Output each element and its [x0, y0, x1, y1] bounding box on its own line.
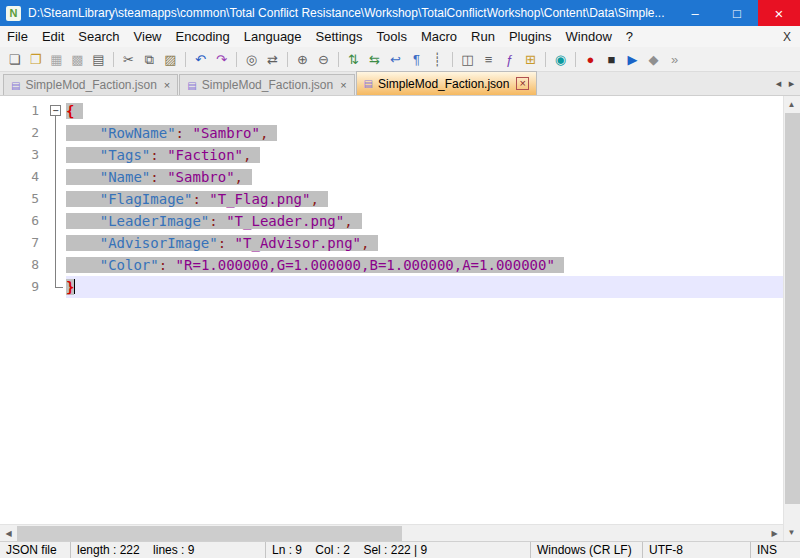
macro-record-icon[interactable]: ●: [581, 50, 600, 69]
code-text: "FlagImage": "T_Flag.png",: [66, 188, 783, 210]
maximize-button[interactable]: □: [716, 0, 758, 26]
tab-close-icon[interactable]: ×: [516, 77, 528, 90]
macro-play-icon[interactable]: ▶: [623, 50, 642, 69]
macro-stop-icon[interactable]: ■: [602, 50, 621, 69]
tab-scroll-right-icon[interactable]: ▸: [785, 77, 798, 90]
open-folder-icon[interactable]: ❐: [26, 50, 45, 69]
sync-horizontal-icon[interactable]: ⇆: [365, 50, 384, 69]
menu-macro[interactable]: Macro: [414, 28, 464, 45]
menu-items: FileEditSearchViewEncodingLanguageSettin…: [0, 28, 640, 45]
code-text: "RowName": "Sambro",: [66, 122, 783, 144]
token-plain: [66, 191, 100, 207]
tab-close-icon[interactable]: ×: [164, 80, 170, 91]
scroll-right-icon[interactable]: ▶: [766, 525, 783, 542]
replace-icon[interactable]: ⇄: [263, 50, 282, 69]
horizontal-scrollbar[interactable]: ◀ ▶: [0, 524, 783, 541]
save-icon[interactable]: ▦: [47, 50, 66, 69]
fold-line: [55, 188, 56, 210]
horizontal-scrollbar-thumb[interactable]: [17, 526, 402, 541]
undo-icon[interactable]: ↶: [191, 50, 210, 69]
new-file-icon[interactable]: ❏: [5, 50, 24, 69]
menu-close-icon[interactable]: X: [774, 30, 800, 44]
selected-text: "RowName": "Sambro",: [66, 125, 277, 141]
zoom-out-icon[interactable]: ⊖: [314, 50, 333, 69]
editor-line-8[interactable]: 8 "Color": "R=1.000000,G=1.000000,B=1.00…: [0, 254, 783, 276]
status-length-lines: length : 222 lines : 9: [70, 542, 265, 558]
show-all-chars-icon[interactable]: ¶: [407, 50, 426, 69]
editor[interactable]: 1−{2 "RowName": "Sambro",3 "Tags": "Fact…: [0, 96, 783, 524]
tab-3[interactable]: ▤SimpleMod_Faction.json×: [356, 71, 537, 95]
macro-save-icon[interactable]: ◆: [644, 50, 663, 69]
run-macro-multiple-icon[interactable]: »: [665, 50, 684, 69]
editor-line-9[interactable]: 9}: [0, 276, 783, 298]
menu-view[interactable]: View: [127, 28, 169, 45]
token-punct: :: [150, 147, 158, 163]
editor-line-7[interactable]: 7 "AdvisorImage": "T_Advisor.png",: [0, 232, 783, 254]
tabs: ▤SimpleMod_Faction.json×▤SimpleMod_Facti…: [3, 71, 538, 95]
editor-line-5[interactable]: 5 "FlagImage": "T_Flag.png",: [0, 188, 783, 210]
status-eol-format[interactable]: Windows (CR LF): [530, 542, 642, 558]
token-key: "Color": [100, 257, 159, 273]
menu-tools[interactable]: Tools: [370, 28, 414, 45]
zoom-in-icon[interactable]: ⊕: [293, 50, 312, 69]
menu-file[interactable]: File: [0, 28, 35, 45]
print-icon[interactable]: ▤: [89, 50, 108, 69]
menu-plugins[interactable]: Plugins: [502, 28, 559, 45]
fold-collapse-icon[interactable]: −: [50, 105, 61, 116]
redo-icon[interactable]: ↷: [212, 50, 231, 69]
indent-guide-icon[interactable]: ┊: [428, 50, 447, 69]
selected-text: "Color": "R=1.000000,G=1.000000,B=1.0000…: [66, 257, 564, 273]
menu-language[interactable]: Language: [237, 28, 309, 45]
tab-scroll-left-icon[interactable]: ◂: [772, 77, 785, 90]
word-wrap-icon[interactable]: ↩: [386, 50, 405, 69]
scroll-up-icon[interactable]: ▲: [783, 96, 800, 113]
tab-2[interactable]: ▤SimpleMod_Faction.json×: [179, 74, 354, 95]
token-plain: [218, 213, 226, 229]
menu-help[interactable]: ?: [619, 28, 640, 45]
editor-line-1[interactable]: 1−{: [0, 100, 783, 122]
vertical-scrollbar-thumb[interactable]: [785, 113, 800, 504]
tab-1[interactable]: ▤SimpleMod_Faction.json×: [3, 74, 178, 95]
doc-list-icon[interactable]: ≡: [479, 50, 498, 69]
editor-line-3[interactable]: 3 "Tags": "Faction",: [0, 144, 783, 166]
line-number: 8: [0, 254, 48, 276]
text-cursor: [74, 279, 75, 294]
monitoring-icon[interactable]: ◉: [551, 50, 570, 69]
save-all-icon[interactable]: ▩: [68, 50, 87, 69]
menu-settings[interactable]: Settings: [309, 28, 370, 45]
status-insert-mode[interactable]: INS: [750, 542, 800, 558]
editor-line-6[interactable]: 6 "LeaderImage": "T_Leader.png",: [0, 210, 783, 232]
menu-window[interactable]: Window: [559, 28, 619, 45]
selected-text: "Tags": "Faction",: [66, 147, 260, 163]
paste-icon[interactable]: ▨: [161, 50, 180, 69]
token-punct: ,: [260, 125, 268, 141]
cut-icon[interactable]: ✂: [119, 50, 138, 69]
close-button[interactable]: ×: [758, 0, 800, 26]
status-encoding[interactable]: UTF-8: [642, 542, 750, 558]
doc-map-icon[interactable]: ◫: [458, 50, 477, 69]
menu-search[interactable]: Search: [71, 28, 126, 45]
selected-text: "AdvisorImage": "T_Advisor.png",: [66, 235, 378, 251]
editor-line-2[interactable]: 2 "RowName": "Sambro",: [0, 122, 783, 144]
editor-line-4[interactable]: 4 "Name": "Sambro",: [0, 166, 783, 188]
token-string: "T_Flag.png": [209, 191, 310, 207]
vertical-scrollbar[interactable]: ▲ ▼: [783, 96, 800, 541]
selected-text: {: [66, 103, 83, 119]
tab-close-icon[interactable]: ×: [340, 80, 346, 91]
token-plain: [159, 147, 167, 163]
function-list-icon[interactable]: ƒ: [500, 50, 519, 69]
menu-run[interactable]: Run: [464, 28, 502, 45]
scroll-down-icon[interactable]: ▼: [783, 524, 800, 541]
find-icon[interactable]: ◎: [242, 50, 261, 69]
copy-icon[interactable]: ⧉: [140, 50, 159, 69]
toolbar-separator: [287, 52, 288, 67]
scroll-left-icon[interactable]: ◀: [0, 525, 17, 542]
menu-encoding[interactable]: Encoding: [169, 28, 237, 45]
folder-workspace-icon[interactable]: ⊞: [521, 50, 540, 69]
token-brace: }: [66, 279, 74, 295]
fold-line: [55, 254, 56, 276]
sync-vertical-icon[interactable]: ⇅: [344, 50, 363, 69]
menu-bar: FileEditSearchViewEncodingLanguageSettin…: [0, 26, 800, 47]
minimize-button[interactable]: –: [674, 0, 716, 26]
menu-edit[interactable]: Edit: [35, 28, 71, 45]
